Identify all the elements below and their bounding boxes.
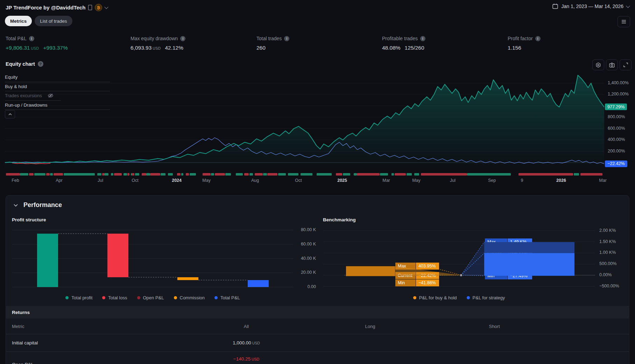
legend-item-equity[interactable]: Equity bbox=[5, 73, 110, 82]
calendar-icon bbox=[552, 3, 558, 9]
view-tabs: Metrics List of trades bbox=[5, 16, 72, 26]
trade-marker-profit bbox=[391, 173, 394, 176]
metric-value: 1.156 bbox=[508, 45, 541, 51]
trade-marker-profit bbox=[414, 173, 419, 176]
trade-marker-profit bbox=[317, 173, 332, 176]
metric-label: Profitable trades bbox=[382, 36, 418, 41]
legend-item-buy-hold[interactable]: Buy & hold bbox=[5, 82, 110, 92]
legend-item-runup-drawdowns[interactable]: Run-up / Drawdowns bbox=[5, 101, 110, 110]
trade-marker-profit bbox=[380, 173, 388, 176]
metric-profit-factor: Profit factori 1.156 bbox=[508, 36, 541, 51]
axis-label: 1,400.00% bbox=[608, 80, 629, 85]
metric-value: 48.08%125/260 bbox=[382, 45, 425, 51]
trade-marker-loss bbox=[336, 173, 343, 176]
performance-panel: Performance Profit structure Benchmarkin… bbox=[6, 195, 629, 364]
trade-marker-profit bbox=[236, 173, 243, 176]
layout-menu-button[interactable] bbox=[618, 16, 630, 27]
chevron-down-icon bbox=[626, 4, 630, 8]
benchmarking-title: Benchmarking bbox=[323, 217, 356, 222]
waterfall-bar bbox=[107, 234, 128, 277]
metric-value: 260 bbox=[256, 45, 289, 51]
trade-marker-loss bbox=[102, 173, 105, 176]
trade-marker-loss bbox=[127, 173, 130, 176]
time-axis-label: Oct bbox=[295, 178, 302, 183]
trade-duration-markers bbox=[5, 173, 604, 176]
trade-marker-loss bbox=[114, 173, 122, 176]
chevron-down-icon[interactable] bbox=[105, 5, 108, 9]
col-all: All bbox=[244, 324, 249, 329]
row-label: Initial capital bbox=[12, 340, 38, 345]
chevron-down-icon bbox=[14, 204, 18, 207]
trade-marker-loss bbox=[142, 173, 147, 176]
benchmarking-legend: P&L for buy & hold P&L for strategy bbox=[323, 294, 595, 301]
metric-label: Total P&L bbox=[6, 36, 27, 41]
profit-structure-axis: 80.00 K60.00 K40.00 K20.00 K0.00 bbox=[295, 228, 317, 294]
help-icon[interactable]: ? bbox=[38, 61, 43, 67]
row-value: 1,000.00USD bbox=[233, 340, 260, 345]
chart-toolbar bbox=[592, 59, 632, 70]
trade-marker-profit bbox=[146, 173, 150, 176]
info-icon[interactable]: i bbox=[180, 36, 185, 41]
trade-marker-loss bbox=[132, 173, 134, 176]
trade-marker-profit bbox=[50, 173, 53, 176]
trade-marker-profit bbox=[407, 173, 412, 176]
performance-section-toggle[interactable]: Performance bbox=[14, 201, 62, 209]
trade-marker-loss bbox=[6, 173, 20, 176]
list-icon bbox=[621, 19, 627, 24]
trade-marker-loss bbox=[357, 173, 380, 176]
trade-marker-profit bbox=[168, 173, 173, 176]
chart-fullscreen-button[interactable] bbox=[620, 59, 632, 70]
axis-label: 1.00 K% bbox=[599, 250, 616, 255]
strategy-title-text: JP TrendForce by @DaviddTech bbox=[6, 5, 85, 10]
axis-label: 500.00% bbox=[599, 261, 616, 266]
time-axis-label: Mar bbox=[382, 178, 390, 183]
bitcoin-badge-icon: ₿ bbox=[95, 4, 102, 11]
returns-section-header: Returns bbox=[6, 306, 629, 319]
legend-item: Total P&L bbox=[214, 295, 240, 300]
info-icon[interactable]: i bbox=[284, 36, 289, 41]
eye-off-icon[interactable] bbox=[48, 93, 54, 98]
time-axis-label: Apr bbox=[56, 178, 62, 183]
trade-marker-loss bbox=[177, 173, 181, 176]
table-row-open-pnl: −140.25USD Open P&L bbox=[6, 351, 629, 364]
chart-settings-button[interactable] bbox=[592, 59, 604, 70]
legend-item-trades-excursions[interactable]: Trades excursions bbox=[5, 91, 61, 101]
legend-item: P&L for strategy bbox=[467, 295, 505, 300]
metric-total-trades: Total tradesi 260 bbox=[256, 36, 289, 51]
equity-chart-time-axis[interactable]: FebAprJulOct2024MayAugOct2025MarMayJulSe… bbox=[5, 178, 604, 184]
trade-marker-profit bbox=[64, 173, 95, 176]
time-axis-label: May bbox=[412, 178, 421, 183]
axis-label: 80.00 K bbox=[301, 227, 316, 232]
trade-marker-profit bbox=[574, 173, 579, 176]
axis-label: 60.00 K bbox=[301, 242, 316, 247]
chart-screenshot-button[interactable] bbox=[606, 59, 618, 70]
legend-collapse-button[interactable] bbox=[5, 110, 15, 119]
trade-marker-profit bbox=[249, 173, 253, 176]
legend-item: Commission bbox=[174, 295, 205, 300]
axis-label: 1,200.00% bbox=[608, 92, 629, 97]
metric-value: 6,093.93USD42.12% bbox=[130, 45, 185, 51]
trade-marker-loss bbox=[580, 173, 602, 176]
buyhold-current-badge: −22.42% bbox=[605, 160, 627, 167]
axis-label: 20.00 K bbox=[301, 270, 316, 275]
trade-marker-profit bbox=[97, 173, 101, 176]
legend-item: P&L for buy & hold bbox=[413, 295, 457, 300]
equity-chart-price-axis[interactable]: 977.29% −22.42% 1,400.00%1,200.00%800.00… bbox=[604, 72, 635, 169]
info-icon[interactable]: i bbox=[29, 36, 34, 41]
trade-marker-loss bbox=[244, 173, 249, 176]
info-icon[interactable]: i bbox=[535, 36, 541, 41]
info-icon[interactable]: i bbox=[420, 36, 425, 41]
axis-label: 40.00 K bbox=[301, 256, 316, 261]
metric-profitable-trades: Profitable tradesi 48.08%125/260 bbox=[382, 36, 425, 51]
tab-list-of-trades[interactable]: List of trades bbox=[35, 16, 72, 26]
col-short: Short bbox=[489, 324, 500, 329]
waterfall-bar bbox=[37, 234, 58, 287]
trade-marker-loss bbox=[395, 173, 406, 176]
row-value: −140.25USD bbox=[233, 356, 259, 362]
axis-label: 1.50 K% bbox=[599, 239, 616, 244]
date-range-picker[interactable]: Jan 1, 2023 — Mar 14, 2026 bbox=[552, 3, 629, 9]
trade-marker-loss bbox=[150, 173, 160, 176]
equity-chart-legend: Equity Buy & hold Trades excursions Run-… bbox=[5, 73, 110, 110]
expand-icon bbox=[623, 62, 628, 67]
tab-metrics[interactable]: Metrics bbox=[5, 16, 32, 26]
